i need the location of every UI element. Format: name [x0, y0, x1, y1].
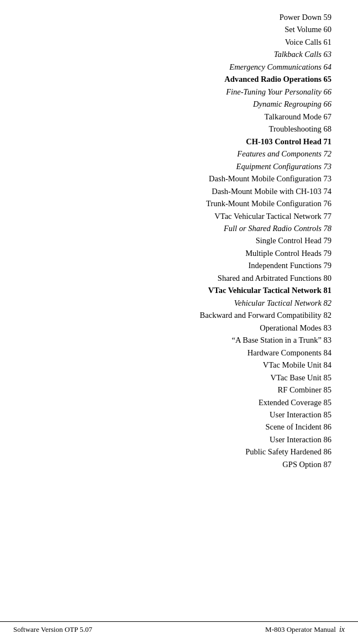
- toc-entry: Backward and Forward Compatibility 82: [27, 309, 331, 321]
- toc-entry: Talkback Calls 63: [27, 48, 331, 60]
- toc-entry: User Interaction 85: [27, 409, 331, 421]
- toc-entry: Voice Calls 61: [27, 36, 331, 48]
- toc-entry: Power Down 59: [27, 11, 331, 23]
- page-footer: Software Version OTP 5.07 M-803 Operator…: [0, 621, 358, 634]
- toc-entry: Dash-Mount Mobile Configuration 73: [27, 172, 331, 185]
- toc-entry: Trunk-Mount Mobile Configuration 76: [27, 197, 331, 210]
- toc-entry: “A Base Station in a Trunk” 83: [27, 334, 331, 346]
- toc-entry: CH-103 Control Head 71: [27, 135, 331, 148]
- toc-entry: Dynamic Regrouping 66: [27, 98, 331, 110]
- toc-entry: Set Volume 60: [27, 23, 331, 35]
- toc-entry: Troubleshooting 68: [27, 123, 331, 135]
- toc-entry: User Interaction 86: [27, 433, 331, 446]
- toc-entry: Full or Shared Radio Controls 78: [27, 222, 331, 234]
- toc-entry: Operational Modes 83: [27, 322, 331, 334]
- footer-right: M-803 Operator Manual ix: [265, 625, 345, 634]
- toc-entry: VTac Vehicular Tactical Network 77: [27, 210, 331, 222]
- toc-entry: Shared and Arbitrated Functions 80: [27, 272, 331, 284]
- toc-entry: Dash-Mount Mobile with CH-103 74: [27, 185, 331, 197]
- toc-entry: VTac Mobile Unit 84: [27, 359, 331, 371]
- toc-content: Power Down 59Set Volume 60Voice Calls 61…: [0, 0, 358, 504]
- toc-entry: Extended Coverage 85: [27, 396, 331, 409]
- footer-software-version: Software Version OTP 5.07: [13, 625, 92, 634]
- toc-entry: Hardware Components 84: [27, 347, 331, 359]
- footer-manual-name: M-803 Operator Manual: [265, 625, 336, 634]
- toc-entry: Scene of Incident 86: [27, 421, 331, 433]
- toc-entry: GPS Option 87: [27, 458, 331, 470]
- toc-entry: Equipment Configurations 73: [27, 160, 331, 172]
- toc-entry: Features and Components 72: [27, 148, 331, 160]
- toc-entry: Public Safety Hardened 86: [27, 446, 331, 458]
- toc-entry: Single Control Head 79: [27, 234, 331, 247]
- toc-entry: Multiple Control Heads 79: [27, 247, 331, 259]
- toc-entry: VTac Vehicular Tactical Network 81: [27, 284, 331, 296]
- toc-entry: Talkaround Mode 67: [27, 111, 331, 123]
- toc-entry: RF Combiner 85: [27, 384, 331, 396]
- toc-entry: Vehicular Tactical Network 82: [27, 297, 331, 309]
- toc-entry: Emergency Communications 64: [27, 61, 331, 73]
- toc-entry: Fine-Tuning Your Personality 66: [27, 86, 331, 98]
- toc-entry: VTac Base Unit 85: [27, 371, 331, 384]
- footer-page-number: ix: [339, 625, 345, 634]
- toc-entry: Independent Functions 79: [27, 259, 331, 271]
- toc-entry: Advanced Radio Operations 65: [27, 73, 331, 85]
